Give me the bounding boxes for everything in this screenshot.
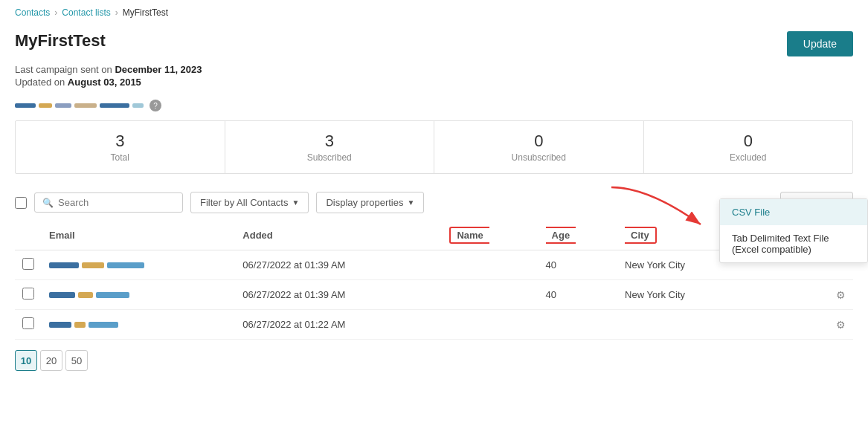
stat-number: 3 — [23, 132, 217, 151]
color-bar: ? — [0, 95, 868, 120]
breadcrumb-contacts[interactable]: Contacts — [15, 7, 50, 18]
breadcrumb-sep2: › — [115, 7, 118, 18]
dropdown-item-csv[interactable]: CSV File — [720, 199, 867, 225]
email-bar — [107, 262, 144, 268]
added-cell: 06/27/2022 at 01:39 AM — [235, 250, 442, 280]
added-cell: 06/27/2022 at 01:39 AM — [235, 280, 442, 310]
update-button[interactable]: Update — [787, 31, 853, 56]
gear-icon[interactable]: ⚙ — [836, 319, 846, 331]
age-highlight-span: Age — [546, 227, 576, 244]
pagination-btn-50[interactable]: 50 — [65, 350, 88, 371]
gear-icon[interactable]: ⚙ — [836, 289, 846, 301]
filter-button[interactable]: Filter by All Contacts ▼ — [190, 192, 309, 213]
search-box: 🔍 — [34, 192, 183, 213]
table-wrapper: Email Added Name Age City Hobby 06/27/20… — [0, 221, 868, 340]
hobby-cell — [750, 280, 829, 310]
email-bar — [89, 322, 118, 328]
last-campaign-line: Last campaign sent on December 11, 2023 — [15, 64, 853, 75]
col-email: Email — [42, 221, 235, 250]
email-cell — [42, 280, 235, 310]
pagination-btn-20[interactable]: 20 — [40, 350, 62, 371]
added-cell: 06/27/2022 at 01:22 AM — [235, 310, 442, 340]
pagination: 102050 — [0, 340, 868, 381]
col-name: Name — [442, 221, 538, 250]
stat-label: Unsubscribed — [442, 152, 636, 163]
col-age: Age — [539, 221, 618, 250]
stat-number: 0 — [442, 132, 636, 151]
filter-label: Filter by All Contacts — [200, 197, 289, 208]
row-checkbox[interactable] — [22, 288, 34, 300]
table-body: 06/27/2022 at 01:39 AM40New York City06/… — [15, 250, 853, 340]
city-cell: New York City — [617, 280, 750, 310]
page-header: MyFirstTest Update — [0, 25, 868, 64]
name-highlight: Name — [449, 227, 489, 244]
pagination-btn-10[interactable]: 10 — [15, 350, 37, 371]
hobby-cell — [750, 310, 829, 340]
search-icon: 🔍 — [42, 198, 54, 208]
breadcrumb-contact-lists[interactable]: Contact lists — [62, 7, 110, 18]
meta-info: Last campaign sent on December 11, 2023 … — [0, 64, 868, 95]
email-bar — [78, 292, 93, 298]
display-chevron-icon: ▼ — [407, 198, 414, 207]
email-cell — [42, 310, 235, 340]
name-cell — [442, 280, 538, 310]
col-checkbox — [15, 221, 42, 250]
breadcrumb-current: MyFirstTest — [123, 7, 168, 18]
email-placeholder — [49, 322, 228, 328]
stat-label: Total — [23, 152, 217, 163]
stat-item: 0Excluded — [644, 121, 853, 173]
age-cell — [539, 310, 618, 340]
email-cell — [42, 250, 235, 280]
stat-item: 3Total — [16, 121, 225, 173]
breadcrumb: Contacts › Contact lists › MyFirstTest — [0, 0, 868, 25]
email-bar — [49, 292, 75, 298]
email-bar — [49, 262, 79, 268]
col-added: Added — [235, 221, 442, 250]
updated-line: Updated on August 03, 2015 — [15, 77, 853, 88]
row-checkbox[interactable] — [22, 317, 34, 329]
city-highlight-span: City — [625, 227, 657, 244]
stat-label: Excluded — [652, 152, 846, 163]
age-cell: 40 — [539, 280, 618, 310]
city-cell — [617, 310, 750, 340]
email-placeholder — [49, 262, 228, 268]
name-cell — [442, 310, 538, 340]
email-bar — [82, 262, 104, 268]
help-icon[interactable]: ? — [150, 100, 161, 111]
stat-number: 0 — [652, 132, 846, 151]
select-all-checkbox[interactable] — [15, 197, 27, 209]
dropdown-item-tab[interactable]: Tab Delimited Text File(Excel compatible… — [720, 225, 867, 262]
row-checkbox[interactable] — [22, 258, 34, 270]
export-dropdown: CSV File Tab Delimited Text File(Excel c… — [719, 198, 868, 263]
age-cell: 40 — [539, 250, 618, 280]
stats-bar: 3Total3Subscribed0Unsubscribed0Excluded — [15, 120, 853, 174]
stat-label: Subscribed — [233, 152, 427, 163]
email-bar — [96, 292, 129, 298]
search-input[interactable] — [58, 197, 175, 208]
stat-item: 3Subscribed — [225, 121, 435, 173]
table-row: 06/27/2022 at 01:39 AM40New York City⚙ — [15, 280, 853, 310]
display-label: Display properties — [326, 197, 403, 208]
name-cell — [442, 250, 538, 280]
page-title: MyFirstTest — [15, 31, 106, 51]
email-bar — [74, 322, 86, 328]
email-bar — [49, 322, 71, 328]
email-placeholder — [49, 292, 228, 298]
stat-number: 3 — [233, 132, 427, 151]
stat-item: 0Unsubscribed — [434, 121, 644, 173]
gear-cell: ⚙ — [829, 310, 853, 340]
display-properties-button[interactable]: Display properties ▼ — [316, 192, 424, 213]
breadcrumb-sep1: › — [54, 7, 57, 18]
table-row: 06/27/2022 at 01:22 AM⚙ — [15, 310, 853, 340]
filter-chevron-icon: ▼ — [292, 198, 300, 207]
gear-cell: ⚙ — [829, 280, 853, 310]
